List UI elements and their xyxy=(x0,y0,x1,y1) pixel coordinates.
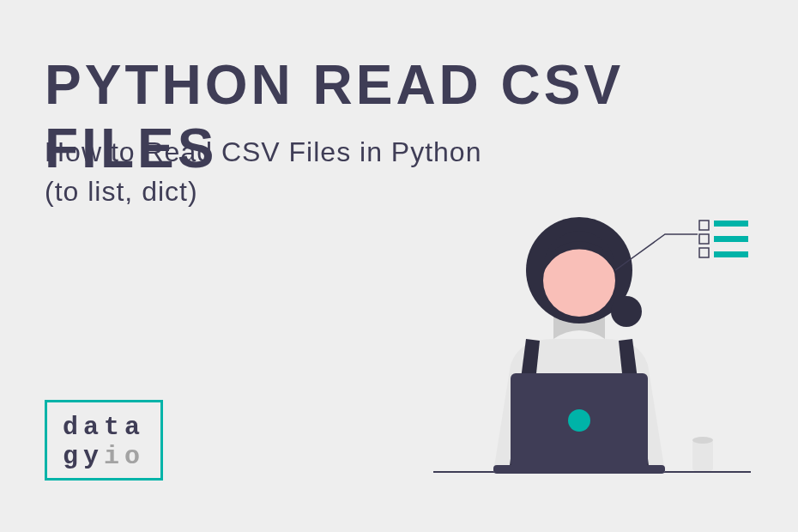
svg-rect-9 xyxy=(699,234,709,244)
svg-point-3 xyxy=(611,296,642,327)
svg-point-7 xyxy=(568,409,590,432)
svg-rect-6 xyxy=(493,465,665,474)
page-subtitle: How to Read CSV Files in Python(to list,… xyxy=(45,132,481,212)
svg-point-1 xyxy=(692,437,713,444)
cup-icon xyxy=(692,437,713,471)
svg-rect-11 xyxy=(714,221,748,227)
logo-text-row2: gyio xyxy=(63,442,145,471)
svg-rect-10 xyxy=(699,248,709,257)
svg-rect-13 xyxy=(714,251,748,257)
checklist-icon xyxy=(699,221,748,257)
logo-gy: gy xyxy=(63,442,104,471)
person-laptop-illustration xyxy=(433,210,751,493)
brand-logo: data gyio xyxy=(45,400,163,481)
logo-text-row1: data xyxy=(63,413,145,442)
person-head xyxy=(526,217,642,327)
logo-io: io xyxy=(104,442,145,471)
svg-rect-12 xyxy=(714,236,748,242)
svg-rect-0 xyxy=(692,440,713,471)
svg-rect-8 xyxy=(699,221,709,230)
laptop-icon xyxy=(493,373,665,474)
